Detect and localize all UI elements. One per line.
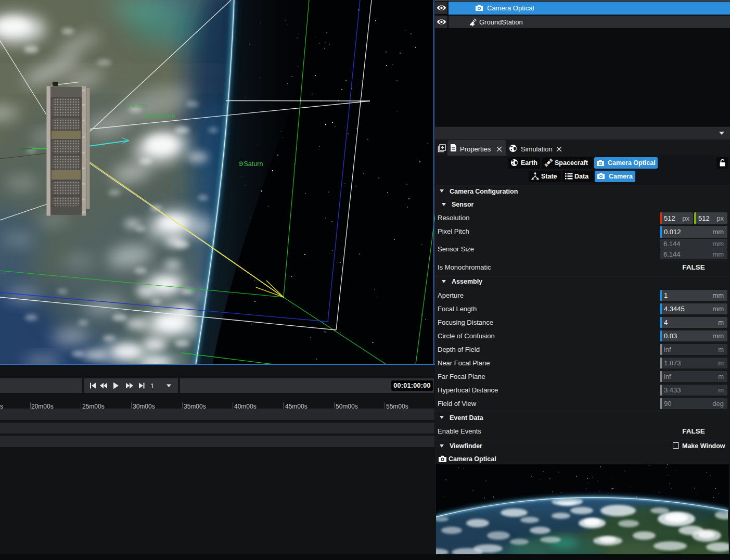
svg-text:Neptune: Neptune xyxy=(151,112,175,120)
svg-text:1: 1 xyxy=(150,382,154,390)
svg-text:Moon: Moon xyxy=(132,102,148,109)
svg-text:Saturn: Saturn xyxy=(244,160,263,168)
